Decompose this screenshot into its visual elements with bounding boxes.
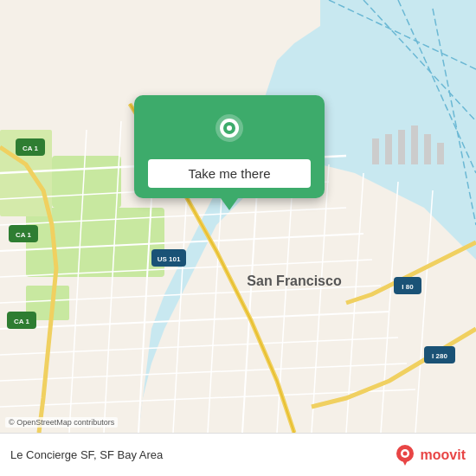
svg-rect-50 — [437, 143, 444, 164]
svg-point-54 — [227, 125, 232, 131]
moovit-logo: moovit — [393, 443, 466, 467]
location-pin-icon — [210, 113, 248, 151]
map-container: US 101 CA 1 CA 1 CA 1 I 80 I 280 San Fra… — [0, 0, 476, 433]
moovit-logo-icon — [393, 443, 417, 467]
location-label: Le Concierge SF, SF Bay Area — [10, 448, 163, 461]
popup-card: Take me there — [134, 95, 325, 198]
moovit-brand-text: moovit — [421, 447, 466, 463]
info-bar: Le Concierge SF, SF Bay Area moovit — [0, 433, 476, 476]
svg-rect-5 — [52, 156, 121, 208]
svg-point-58 — [402, 451, 407, 455]
svg-rect-48 — [411, 125, 418, 164]
take-me-there-button[interactable]: Take me there — [148, 159, 311, 188]
svg-rect-47 — [398, 130, 405, 164]
map-attribution: © OpenStreetMap contributors — [5, 417, 118, 428]
svg-text:I 80: I 80 — [402, 283, 414, 291]
svg-text:CA 1: CA 1 — [14, 318, 29, 325]
svg-text:CA 1: CA 1 — [16, 231, 31, 239]
svg-rect-49 — [424, 134, 431, 164]
svg-text:San Francisco: San Francisco — [247, 273, 342, 288]
svg-rect-45 — [372, 138, 379, 164]
svg-text:US 101: US 101 — [158, 255, 181, 263]
svg-text:CA 1: CA 1 — [23, 145, 38, 152]
svg-text:I 280: I 280 — [432, 352, 447, 360]
svg-rect-46 — [385, 134, 392, 164]
